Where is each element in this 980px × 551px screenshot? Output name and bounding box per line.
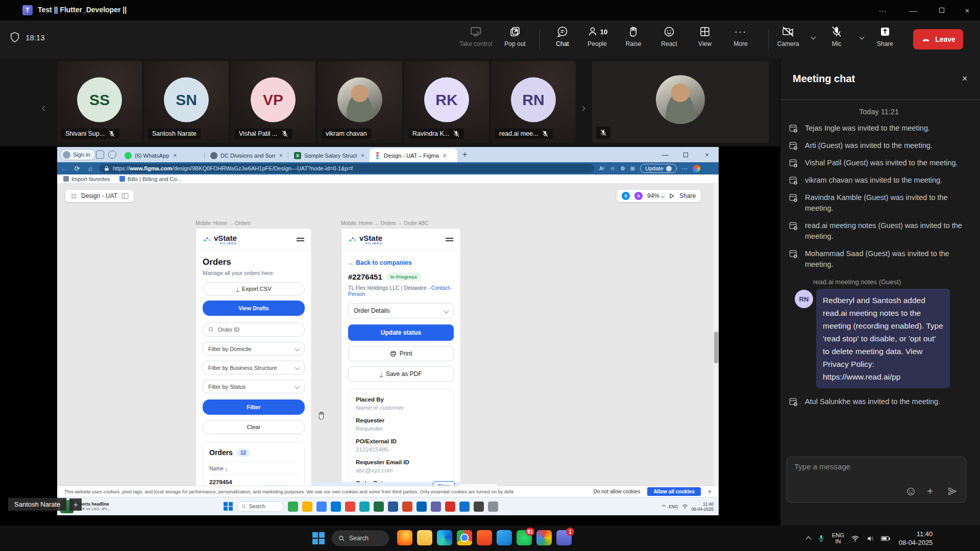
shared-app-icon-7[interactable] <box>374 502 384 512</box>
shared-app-icon-14[interactable] <box>474 502 484 512</box>
taskbar-edge-icon[interactable] <box>437 530 452 545</box>
shared-system-tray[interactable]: ENG 11:4008-04-2025 <box>663 502 714 512</box>
mic-button[interactable]: Mic <box>817 26 856 47</box>
deny-cookies-button[interactable]: Do not allow cookies <box>594 489 641 494</box>
taskbar-chrome-icon[interactable] <box>457 530 472 545</box>
browser-tab-figma-active[interactable]: Design - UAT – Figma× <box>370 148 457 162</box>
home-icon[interactable]: ⌂ <box>84 165 97 172</box>
clock[interactable]: 11:4008-04-2025 <box>899 530 933 547</box>
leave-button[interactable]: Leave <box>913 29 963 49</box>
window-minimize-button[interactable]: — <box>901 0 925 20</box>
camera-options-chevron[interactable] <box>812 32 815 41</box>
tray-expand-icon[interactable] <box>805 536 811 542</box>
filter-dropdown[interactable]: Filter by Business Structure <box>203 361 305 374</box>
raise-hand-button[interactable]: Raise <box>614 26 653 47</box>
read-aloud-icon[interactable]: Aᐥ <box>599 165 605 171</box>
shared-app-icon-2[interactable] <box>302 502 312 512</box>
taskbar-search-box[interactable]: Search <box>332 531 389 546</box>
back-icon[interactable]: ← <box>57 165 70 172</box>
zoom-level-dropdown[interactable]: 94% <box>647 192 664 199</box>
tab-close-icon[interactable]: × <box>279 152 283 159</box>
chat-close-icon[interactable]: × <box>958 72 971 85</box>
filter-dropdown[interactable]: Filter by Status <box>203 380 305 393</box>
filter-button[interactable]: Filter <box>203 399 305 415</box>
figma-doc-chip[interactable]: Design - UAT <box>65 190 134 202</box>
taskbar-firefox-icon[interactable] <box>397 530 412 545</box>
people-button[interactable]: 10 People <box>578 26 617 47</box>
browser-close-button[interactable]: × <box>697 147 717 162</box>
back-to-companies-link[interactable]: ← Back to companies <box>348 259 454 266</box>
window-more-button[interactable]: ··· <box>871 0 894 20</box>
taskbar-whatsapp-icon[interactable]: 81 <box>517 530 532 545</box>
column-header-name[interactable]: Name ↓ <box>209 462 298 474</box>
taskbar-teams-icon[interactable]: 1 <box>556 530 572 545</box>
allow-cookies-button[interactable]: Allow all cookies <box>647 487 701 496</box>
continue-with-google-button[interactable]: GContinue <box>458 484 499 486</box>
taskbar-google-icon[interactable] <box>536 530 552 545</box>
window-maximize-button[interactable] <box>930 0 953 20</box>
save-as-pdf-button[interactable]: ↓Save as PDF <box>348 366 454 382</box>
participant-tile[interactable]: RN read.ai mee... <box>491 61 576 143</box>
collections-icon[interactable]: ⊞ <box>630 165 635 172</box>
browser-scrollbar[interactable] <box>714 184 719 486</box>
sign-up-button[interactable]: Sign up <box>433 481 455 486</box>
print-button[interactable]: Print <box>348 346 454 361</box>
tab-close-icon[interactable]: × <box>361 152 364 159</box>
hamburger-menu-icon[interactable] <box>297 236 304 243</box>
taskbar-vscode-icon[interactable] <box>497 530 512 545</box>
participant-tile[interactable]: RK Ravindra K... <box>404 61 489 143</box>
language-switcher[interactable]: ENGIN <box>832 532 844 544</box>
browser-maximize-button[interactable] <box>676 147 695 162</box>
present-icon[interactable] <box>669 193 675 199</box>
figma-canvas[interactable]: Design - UAT S A 94% Share Mobile: Home … <box>57 184 719 486</box>
pop-out-button[interactable]: Pop out <box>496 26 534 47</box>
favorite-bills[interactable]: Bills | Billing and Co... <box>119 176 182 182</box>
filmstrip-scroll-left-button[interactable] <box>38 99 51 117</box>
tray-mic-icon[interactable] <box>817 534 825 542</box>
shared-app-icon-9[interactable] <box>402 502 412 512</box>
shared-app-icon-6[interactable] <box>359 502 370 512</box>
participant-tile[interactable]: SN Santosh Narate <box>144 61 229 143</box>
mic-options-chevron[interactable] <box>860 32 864 41</box>
browser-profile-button[interactable]: Sign in <box>60 149 95 160</box>
order-row[interactable]: 2279454 TL Flex Holdings LLC Complete <box>209 474 298 486</box>
taskbar-explorer-icon[interactable] <box>417 530 432 545</box>
workspaces-icon[interactable] <box>96 151 104 159</box>
presenter-pin-button[interactable]: + <box>69 498 82 511</box>
shared-app-icon-8[interactable] <box>388 502 398 512</box>
shared-app-icon-12[interactable] <box>445 502 455 512</box>
spotlight-tile[interactable] <box>592 61 769 143</box>
chat-input-box[interactable]: + <box>787 457 966 503</box>
shared-app-icon-1[interactable] <box>288 502 298 512</box>
browser-menu-icon[interactable]: ··· <box>682 165 688 171</box>
figma-frame-orders[interactable]: vStateFILINGS Orders Manage all your ord… <box>195 228 312 486</box>
shared-start-button[interactable] <box>224 502 233 511</box>
new-tab-button[interactable]: + <box>462 150 467 159</box>
tab-close-icon[interactable]: × <box>173 152 177 159</box>
shared-app-icon-11[interactable] <box>431 502 441 512</box>
share-button[interactable]: Share <box>866 26 904 47</box>
shared-app-icon-10[interactable] <box>416 502 427 512</box>
vertical-tabs-icon[interactable] <box>108 151 116 159</box>
refresh-icon[interactable]: ⟳ <box>70 165 84 172</box>
extensions-icon[interactable]: ⚙ <box>620 165 625 172</box>
wifi-icon[interactable] <box>851 535 860 542</box>
react-button[interactable]: React <box>650 26 689 47</box>
update-status-button[interactable]: Update status <box>348 324 454 341</box>
figma-frame-order-detail[interactable]: vStateFILINGS ← Back to companies #22764… <box>341 228 461 483</box>
filter-dropdown[interactable]: Filter by Domicile <box>203 342 305 356</box>
tab-close-icon[interactable]: × <box>443 152 447 159</box>
emoji-icon[interactable] <box>904 485 917 497</box>
browser-tab-whatsapp[interactable]: (6) WhatsApp× <box>120 148 203 162</box>
participant-tile[interactable]: VP Vishal Patil ... <box>231 61 315 143</box>
attach-plus-icon[interactable]: + <box>924 485 936 497</box>
collaborator-avatar[interactable]: A <box>634 192 643 200</box>
chat-button[interactable]: Chat <box>543 26 582 47</box>
figma-share-button[interactable]: Share <box>679 192 696 199</box>
filmstrip-scroll-right-button[interactable] <box>576 99 589 117</box>
clear-button[interactable]: Clear <box>203 420 305 434</box>
copilot-icon[interactable] <box>693 165 700 172</box>
window-close-button[interactable]: × <box>955 0 979 20</box>
favorite-import[interactable]: Import favorites <box>63 176 110 182</box>
view-button[interactable]: View <box>685 26 724 47</box>
